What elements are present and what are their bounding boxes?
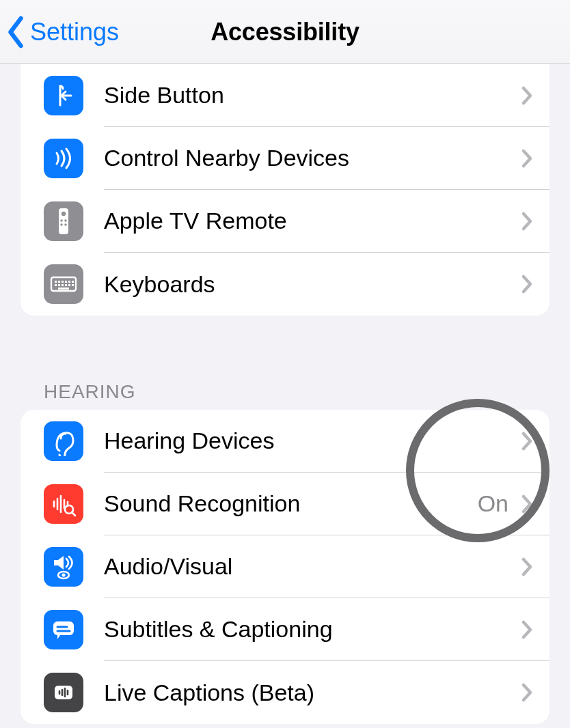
row-label: Apple TV Remote bbox=[104, 208, 287, 234]
svg-point-3 bbox=[64, 219, 66, 221]
row-hearing-devices[interactable]: Hearing Devices bbox=[21, 410, 549, 473]
svg-rect-8 bbox=[58, 281, 60, 283]
chevron-right-icon bbox=[521, 682, 533, 703]
page-title: Accessibility bbox=[211, 18, 359, 46]
svg-rect-10 bbox=[65, 281, 67, 283]
row-label: Hearing Devices bbox=[104, 428, 274, 454]
navigation-bar: Settings Accessibility bbox=[0, 0, 570, 64]
svg-rect-29 bbox=[53, 621, 74, 635]
svg-point-1 bbox=[62, 212, 66, 216]
row-apple-tv-remote[interactable]: Apple TV Remote bbox=[21, 190, 549, 253]
chevron-right-icon bbox=[521, 148, 533, 169]
nearby-devices-icon bbox=[44, 139, 83, 178]
svg-rect-11 bbox=[68, 281, 70, 283]
row-label: Keyboards bbox=[104, 271, 215, 298]
section-header-hearing: HEARING bbox=[21, 381, 549, 410]
chevron-right-icon bbox=[521, 619, 533, 640]
svg-point-4 bbox=[60, 223, 62, 225]
row-audio-visual[interactable]: Audio/Visual bbox=[21, 535, 549, 598]
svg-point-5 bbox=[64, 223, 66, 225]
row-keyboards[interactable]: Keyboards bbox=[21, 253, 549, 316]
chevron-right-icon bbox=[521, 274, 533, 294]
svg-line-26 bbox=[72, 512, 75, 516]
svg-rect-18 bbox=[72, 284, 74, 286]
back-label: Settings bbox=[30, 18, 119, 46]
chevron-right-icon bbox=[521, 557, 533, 577]
svg-rect-9 bbox=[62, 281, 64, 283]
sound-recognition-icon bbox=[44, 484, 83, 524]
svg-rect-15 bbox=[62, 284, 64, 286]
chevron-right-icon bbox=[521, 85, 533, 106]
row-sound-recognition[interactable]: Sound Recognition On bbox=[21, 473, 549, 535]
svg-rect-13 bbox=[55, 284, 57, 286]
group-physical: Side Button Control Nearby Devices bbox=[21, 64, 549, 316]
chevron-right-icon bbox=[521, 494, 533, 514]
chevron-left-icon bbox=[5, 16, 26, 48]
ear-icon bbox=[44, 421, 83, 461]
keyboard-icon bbox=[44, 264, 83, 304]
chevron-right-icon bbox=[521, 211, 533, 232]
subtitles-icon bbox=[44, 610, 83, 649]
row-side-button[interactable]: Side Button bbox=[21, 64, 549, 127]
audio-visual-icon bbox=[44, 547, 83, 587]
svg-rect-16 bbox=[65, 284, 67, 286]
content-scroll[interactable]: Side Button Control Nearby Devices bbox=[0, 64, 570, 728]
svg-point-2 bbox=[60, 219, 62, 221]
row-control-nearby-devices[interactable]: Control Nearby Devices bbox=[21, 127, 549, 190]
group-hearing: Hearing Devices S bbox=[21, 410, 549, 724]
row-label: Side Button bbox=[104, 82, 224, 109]
svg-point-28 bbox=[62, 573, 65, 576]
row-label: Live Captions (Beta) bbox=[104, 680, 314, 706]
row-label: Sound Recognition bbox=[104, 490, 300, 517]
live-captions-icon bbox=[44, 673, 83, 712]
svg-rect-32 bbox=[55, 686, 72, 699]
row-live-captions[interactable]: Live Captions (Beta) bbox=[21, 661, 549, 724]
svg-rect-14 bbox=[58, 284, 60, 286]
side-button-icon bbox=[44, 76, 83, 115]
svg-rect-19 bbox=[58, 288, 69, 290]
svg-rect-17 bbox=[68, 284, 70, 286]
row-subtitles-captioning[interactable]: Subtitles & Captioning bbox=[21, 598, 549, 661]
back-button[interactable]: Settings bbox=[5, 16, 119, 48]
row-label: Control Nearby Devices bbox=[104, 145, 349, 171]
row-label: Subtitles & Captioning bbox=[104, 616, 333, 643]
apple-tv-remote-icon bbox=[44, 201, 83, 241]
chevron-right-icon bbox=[521, 431, 533, 451]
svg-rect-7 bbox=[55, 281, 57, 283]
svg-rect-12 bbox=[72, 281, 74, 283]
row-value: On bbox=[478, 490, 508, 517]
row-label: Audio/Visual bbox=[104, 553, 232, 580]
